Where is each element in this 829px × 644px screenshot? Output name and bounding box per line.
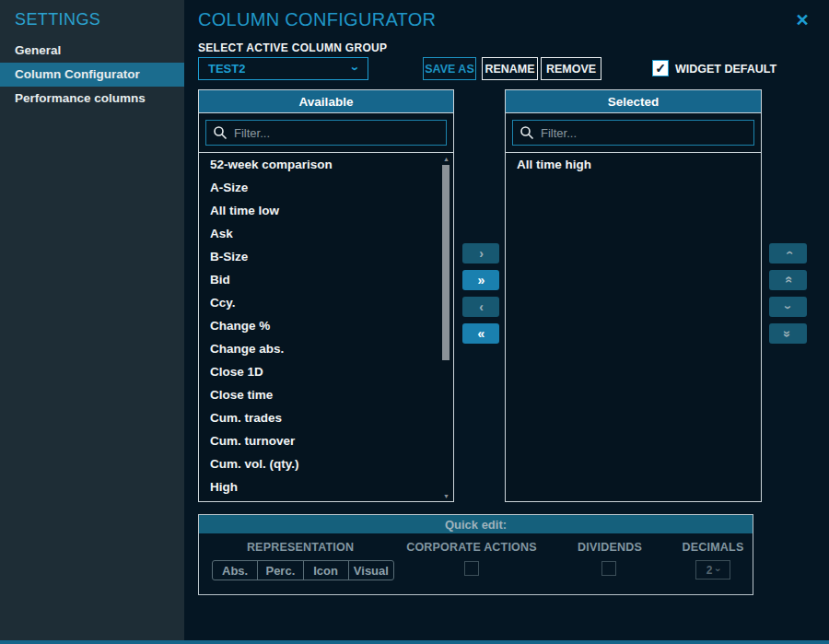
rename-button[interactable]: RENAME [482,57,538,80]
chevron-double-left-icon: « [478,326,485,341]
widget-default-checkbox[interactable]: ✓ [652,60,669,76]
widget-default-label: WIDGET DEFAULT [675,63,776,76]
chevron-right-icon: › [479,246,483,261]
available-list-item[interactable]: B-Size [199,245,453,268]
available-list-item[interactable]: High [199,475,453,498]
available-list-item[interactable]: Close time [199,383,453,406]
column-group-value: TEST2 [208,62,245,76]
move-up-button[interactable]: › [769,243,807,263]
sidebar-item-performance-columns[interactable]: Performance columns [0,87,184,111]
search-icon [213,125,228,140]
scroll-up-icon[interactable]: ▲ [440,155,452,163]
check-icon: ✓ [655,61,666,76]
available-list-item[interactable]: Change abs. [199,337,453,360]
selected-panel: Selected All time high [505,89,762,502]
quick-edit-title: Quick edit: [199,515,753,533]
chevron-down-icon: › [713,568,723,572]
search-icon [520,125,534,140]
available-list-item[interactable]: A-Size [199,176,453,199]
save-as-button[interactable]: SAVE AS [423,57,476,80]
move-top-button[interactable]: » [769,270,807,290]
representation-option[interactable]: Visual [349,561,393,580]
chevron-double-down-icon: » [780,331,795,337]
quick-edit-body: REPRESENTATION Abs.Perc.IconVisual CORPO… [199,533,753,594]
corporate-actions-label: CORPORATE ACTIONS [406,541,537,554]
chevron-left-icon: ‹ [479,299,483,314]
quick-edit-panel: Quick edit: REPRESENTATION Abs.Perc.Icon… [198,514,753,595]
representation-option[interactable]: Abs. [213,561,258,580]
representation-option[interactable]: Perc. [258,561,303,580]
available-panel-header: Available [199,90,453,113]
available-list-item[interactable]: Bid [199,268,453,291]
available-list-item[interactable]: All time low [199,199,453,222]
available-scrollbar: ▲ ▼ [440,155,452,500]
column-group-select[interactable]: TEST2 › [198,57,368,80]
chevron-double-up-icon: » [780,277,795,284]
available-list-item[interactable]: Cum. vol. (qty.) [199,452,453,475]
available-filter-row [199,113,453,153]
available-list-item[interactable]: Cum. turnover [199,429,453,452]
move-down-button[interactable]: › [769,297,807,317]
sidebar-items: General Column Configurator Performance … [0,39,184,111]
selected-panel-header: Selected [506,90,761,113]
move-right-button[interactable]: › [462,243,499,263]
chevron-double-right-icon: » [478,273,485,287]
available-list-item[interactable]: Ask [199,222,453,245]
decimals-select[interactable]: 2 › [695,560,730,580]
settings-dialog: SETTINGS General Column Configurator Per… [0,0,829,644]
selected-filter-input[interactable] [513,121,753,145]
available-list-item[interactable]: Close 1D [199,360,453,383]
sidebar: SETTINGS General Column Configurator Per… [0,0,184,644]
active-column-group-label: SELECT ACTIVE COLUMN GROUP [198,41,387,54]
chevron-down-icon: › [780,305,795,309]
available-panel: Available 52-week comparisonA-SizeAll ti… [198,89,454,502]
available-list-item[interactable]: Ccy. [199,291,453,314]
selected-list: All time high [506,153,761,500]
scroll-down-icon[interactable]: ▼ [440,492,452,500]
dividends-checkbox[interactable] [601,561,616,576]
move-bottom-button[interactable]: » [769,323,807,344]
chevron-down-icon: › [349,66,363,71]
available-list-item[interactable]: Change % [199,314,453,337]
available-list-item[interactable]: 52-week comparison [199,153,453,176]
representation-label: REPRESENTATION [247,541,354,554]
available-list: 52-week comparisonA-SizeAll time lowAskB… [199,153,453,500]
selected-filter-wrap [512,120,754,146]
page-title: COLUMN CONFIGURATOR [198,9,436,30]
selected-list-item[interactable]: All time high [506,153,761,176]
move-left-button[interactable]: ‹ [462,297,499,317]
available-filter-input[interactable] [206,121,446,145]
move-all-left-button[interactable]: « [462,323,499,344]
available-list-item[interactable]: Cum. trades [199,406,453,429]
representation-options: Abs.Perc.IconVisual [212,560,394,580]
selected-filter-row [506,113,761,153]
sidebar-item-column-configurator[interactable]: Column Configurator [0,63,184,87]
sidebar-item-general[interactable]: General [0,39,184,63]
close-icon[interactable]: ✕ [790,8,814,32]
dividends-label: DIVIDENDS [578,541,642,554]
move-all-right-button[interactable]: » [462,270,499,290]
decimals-label: DECIMALS [683,541,744,554]
chevron-up-icon: › [780,252,795,255]
available-filter-wrap [205,120,447,146]
sidebar-title: SETTINGS [15,10,100,29]
decimals-value: 2 [706,564,713,577]
representation-option[interactable]: Icon [304,561,349,580]
scrollbar-thumb[interactable] [442,165,450,360]
corporate-actions-checkbox[interactable] [464,561,479,576]
remove-button[interactable]: REMOVE [541,57,601,80]
window-bottom-accent [0,640,829,644]
